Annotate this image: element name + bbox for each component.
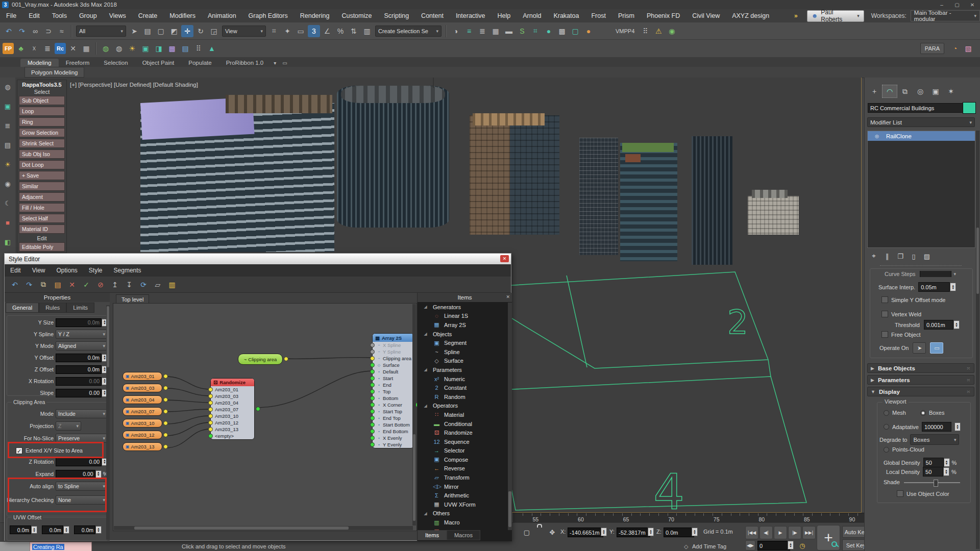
keyboard-override-icon[interactable]: ▭ (295, 25, 307, 37)
canvas-h-scrollbar[interactable] (114, 526, 413, 530)
node-input-dot[interactable] (208, 387, 213, 392)
items-list-item[interactable]: → Selector (418, 446, 508, 456)
node-input-dot[interactable] (370, 356, 375, 361)
segment-node[interactable]: ▣ Am203_03 (122, 384, 162, 392)
items-list-item[interactable]: ~ Spline (418, 347, 508, 357)
node-input-dot[interactable] (370, 349, 375, 354)
segment-node[interactable]: ▣ Am203_13 (122, 442, 162, 451)
light-icon[interactable]: ☀ (126, 42, 138, 55)
array-input-row[interactable]: ▪ End Top (373, 415, 413, 421)
randomize-input-row[interactable]: <empty> (211, 433, 254, 439)
particle-view-icon[interactable]: ⠿ (639, 25, 651, 37)
expand-spinner[interactable]: ▲▼ (95, 470, 102, 478)
properties-tab[interactable]: General (6, 303, 39, 313)
show-end-result-icon[interactable]: ∥ (882, 251, 892, 261)
viewport-label[interactable]: [+] [Perspective] [User Defined] [Defaul… (70, 82, 198, 88)
go-start-button[interactable]: |◀◀ (745, 526, 758, 539)
items-list-item[interactable]: ◢ Others (418, 509, 508, 518)
array-2s-node[interactable]: ▦ Array 2S ~ X Spline ~ (372, 333, 414, 448)
menu-item[interactable]: Tools (46, 9, 73, 22)
bind-spacewarp-icon[interactable]: ≈ (56, 25, 68, 37)
array-input-row[interactable]: ▪ Y Evenly (373, 441, 413, 448)
rappatools-button[interactable]: Ring (19, 117, 65, 127)
selection-filter-select[interactable]: All▾ (76, 26, 126, 37)
ribbon-pin-icon[interactable]: ▭ (279, 59, 290, 67)
next-frame-button[interactable]: |▶ (788, 526, 801, 539)
menu-item[interactable]: Help (492, 9, 517, 22)
reference-coordinate-select[interactable]: View▾ (222, 26, 266, 37)
frame-spinner[interactable]: ▲▼ (788, 541, 794, 549)
se-refresh-icon[interactable]: ⟳ (137, 279, 150, 291)
canvas-v-scrollbar[interactable] (412, 304, 416, 525)
node-input-dot[interactable] (208, 434, 213, 438)
camera-speaker-icon[interactable]: ◉ (2, 178, 14, 190)
rappatools-button[interactable]: Similar (19, 182, 65, 191)
uvw-offset-field[interactable]: 0.0m ▲▼ (10, 525, 37, 534)
x-rotation-field[interactable]: 0.00 (56, 377, 102, 386)
node-output-dot[interactable] (163, 397, 168, 402)
rect-region-icon[interactable]: ▢ (155, 25, 167, 37)
close-button[interactable]: ✕ (965, 1, 980, 9)
percent-snap-icon[interactable]: % (334, 25, 347, 37)
menu-item[interactable]: Modifiers (163, 9, 202, 22)
triangle-icon[interactable]: ▲ (206, 42, 218, 55)
utilities-tab-icon[interactable]: ✶ (943, 85, 959, 98)
ribbon-tab[interactable]: Object Paint (135, 59, 182, 67)
rappatools-button[interactable]: + Save (19, 171, 65, 180)
items-list-item[interactable]: ▦ UVW XForm (418, 500, 508, 509)
menu-item[interactable]: Views (103, 9, 132, 22)
se-disable-icon[interactable]: ⊘ (94, 279, 107, 291)
y-mode-select[interactable]: Aligned▾ (56, 341, 108, 350)
y-size-field[interactable]: 0.0m (56, 318, 102, 327)
rappatools-button[interactable]: Shrink Select (19, 139, 65, 148)
properties-tab[interactable]: Limits (66, 303, 94, 313)
ribbon-dropdown-icon[interactable]: ▾ (271, 59, 279, 67)
se-export-file-icon[interactable]: ▱ (152, 279, 164, 291)
items-scrollbar[interactable] (508, 303, 512, 530)
maxscript-mini-listener[interactable]: Creating Ra (30, 542, 92, 551)
projection-select[interactable]: Z▾ (56, 421, 81, 431)
rappatools-button[interactable]: Adjacent (19, 192, 65, 202)
ribbon-toggle-icon[interactable]: ▬ (503, 25, 515, 37)
undo-icon[interactable]: ↶ (3, 25, 15, 37)
y-coordinate-field[interactable]: -52.3817m (617, 528, 650, 537)
randomize-input-row[interactable]: Am203_07 (211, 406, 254, 413)
remove-modifier-icon[interactable]: ▯ (909, 251, 919, 261)
items-list-item[interactable]: ▣ Compose (418, 455, 508, 464)
array-input-row[interactable]: ▪ Start Bottom (373, 421, 413, 428)
rappatools-button[interactable]: Dot Loop (19, 160, 65, 169)
clipping-mode-select[interactable]: Include▾ (56, 409, 108, 418)
array-input-row[interactable]: ▪ Bottom (373, 395, 413, 402)
isolate-selection-icon[interactable]: ▢ (522, 527, 532, 537)
named-selection-sets-select[interactable]: Create Selection Se▾ (375, 26, 442, 37)
set-keys-button[interactable]: + (817, 525, 840, 550)
object-color-swatch[interactable] (963, 102, 976, 114)
x-coordinate-field[interactable]: -140.6651m (568, 528, 603, 537)
array-input-row[interactable]: ▪ End (373, 382, 413, 388)
node-output-dot[interactable] (256, 407, 260, 411)
hierarchy-tab-icon[interactable]: ⧉ (897, 85, 913, 98)
teapot-grey-icon[interactable]: ◍ (113, 42, 125, 55)
round-icon[interactable]: ◔ (949, 42, 961, 55)
rappatools-button[interactable]: Loop (19, 107, 65, 116)
spinner-snap-icon[interactable]: ⇅ (348, 25, 360, 37)
camera2-icon[interactable]: ◨ (153, 42, 165, 55)
menu-overflow-icon[interactable]: » (791, 12, 801, 19)
threshold-field[interactable]: 0.001m (924, 320, 953, 330)
node-input-dot[interactable] (370, 416, 375, 420)
pin-stack-icon[interactable]: ⌖ (869, 251, 879, 261)
array-input-row[interactable]: ▪ End Bottom (373, 428, 413, 435)
menu-item[interactable]: Prism (612, 9, 641, 22)
window-crossing-icon[interactable]: ◩ (168, 25, 180, 37)
items-panel-tab[interactable]: Items (418, 530, 447, 540)
configure-modifier-sets-icon[interactable]: ▨ (922, 251, 932, 261)
array-input-row[interactable]: ▪ Start (373, 375, 413, 382)
expand-field[interactable]: 0.00 (56, 470, 95, 479)
ribbon-tab[interactable]: Selection (96, 59, 135, 67)
shade-slider[interactable] (904, 480, 960, 485)
menu-item[interactable]: Frost (585, 9, 611, 22)
node-input-dot[interactable] (208, 400, 213, 405)
node-input-dot[interactable] (370, 383, 375, 387)
rollout-display[interactable]: ▼Display⁙ (867, 387, 974, 396)
array-input-row[interactable]: ▪ Start Top (373, 408, 413, 415)
